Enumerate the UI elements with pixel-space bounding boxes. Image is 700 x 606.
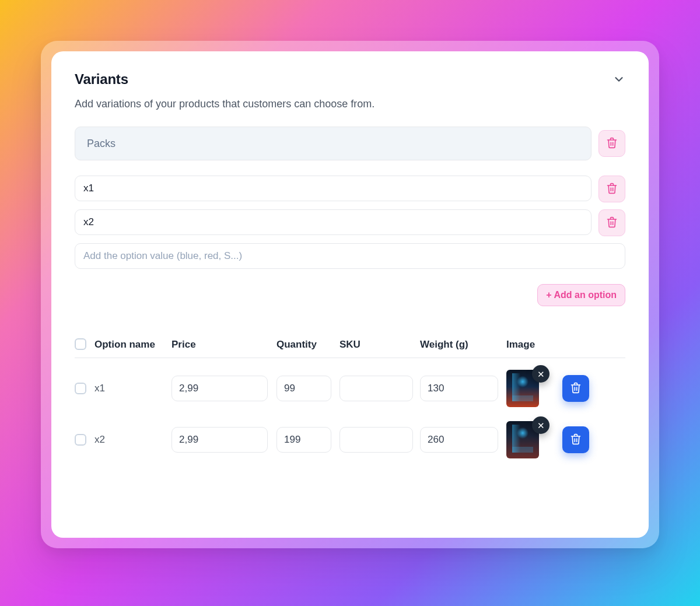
row-checkbox[interactable] (75, 434, 94, 446)
price-input[interactable] (172, 427, 268, 453)
variants-table-head: Option name Price Quantity SKU Weight (g… (75, 339, 625, 358)
option-value-input[interactable] (75, 209, 592, 235)
close-icon: ✕ (537, 421, 545, 430)
delete-variant-row-button[interactable] (562, 426, 589, 453)
variant-image-thumbnail[interactable]: ✕ (506, 421, 539, 458)
add-option-button[interactable]: + Add an option (537, 284, 625, 306)
quantity-input[interactable] (276, 376, 331, 401)
sku-input[interactable] (340, 376, 413, 401)
row-checkbox[interactable] (75, 383, 94, 394)
option-new-value-input[interactable] (75, 243, 625, 269)
price-input[interactable] (172, 376, 268, 401)
trash-icon (570, 382, 582, 395)
option-value-input[interactable] (75, 176, 592, 201)
sku-input[interactable] (340, 427, 413, 453)
variants-card: Variants Add variations of your products… (51, 51, 649, 538)
row-option-name: x2 (94, 434, 172, 446)
remove-image-button[interactable]: ✕ (532, 416, 550, 434)
remove-image-button[interactable]: ✕ (532, 365, 550, 383)
col-image: Image (506, 339, 562, 351)
trash-icon (606, 137, 618, 150)
weight-input[interactable] (420, 427, 498, 453)
chevron-down-icon[interactable] (612, 73, 625, 86)
trash-icon (606, 183, 618, 196)
card-subtitle: Add variations of your products that cus… (75, 98, 625, 110)
option-values (75, 176, 625, 269)
col-weight: Weight (g) (420, 339, 506, 351)
table-row: x2 ✕ (75, 409, 625, 461)
col-quantity: Quantity (276, 339, 340, 351)
option-value-row (75, 176, 625, 202)
option-name-row (75, 127, 625, 160)
trash-icon (570, 433, 582, 447)
card-title: Variants (75, 71, 128, 87)
option-name-input[interactable] (75, 127, 592, 160)
row-option-name: x1 (94, 383, 172, 394)
select-all-checkbox[interactable] (75, 339, 94, 350)
col-sku: SKU (340, 339, 420, 351)
delete-variant-row-button[interactable] (562, 375, 589, 402)
variants-table: Option name Price Quantity SKU Weight (g… (75, 339, 625, 461)
col-price: Price (172, 339, 276, 351)
frame: Variants Add variations of your products… (41, 41, 659, 548)
table-row: x1 ✕ (75, 358, 625, 409)
variant-image-thumbnail[interactable]: ✕ (506, 370, 539, 407)
add-option-row: + Add an option (75, 284, 625, 306)
card-header: Variants (75, 71, 625, 87)
quantity-input[interactable] (276, 427, 331, 453)
delete-option-button[interactable] (598, 130, 625, 157)
weight-input[interactable] (420, 376, 498, 401)
delete-option-value-button[interactable] (598, 209, 625, 236)
trash-icon (606, 216, 618, 230)
delete-option-value-button[interactable] (598, 176, 625, 202)
option-value-row (75, 209, 625, 236)
close-icon: ✕ (537, 370, 545, 379)
option-new-value-row (75, 243, 625, 269)
col-option-name: Option name (94, 339, 172, 351)
